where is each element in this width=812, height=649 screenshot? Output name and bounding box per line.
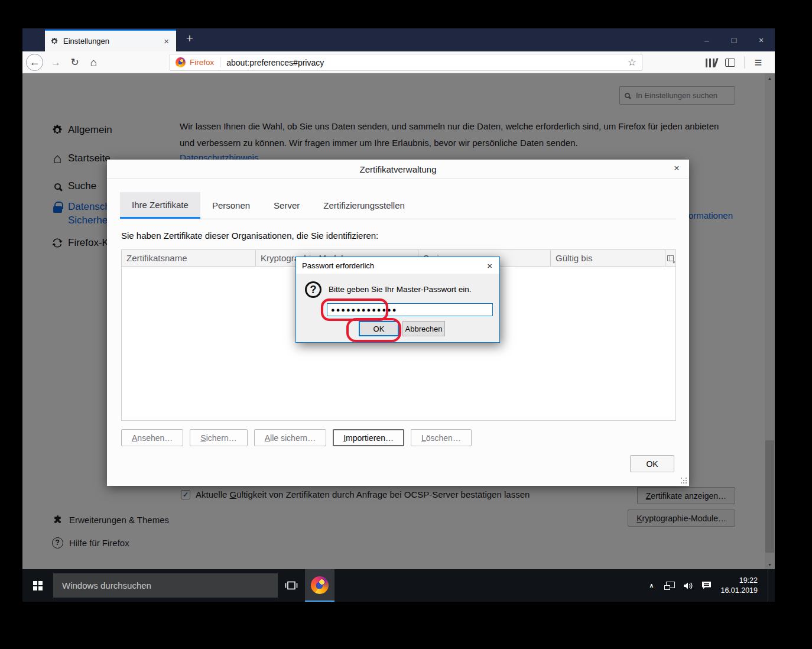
browser-tab-einstellungen[interactable]: Einstellungen × bbox=[45, 30, 176, 51]
column-header-gueltig-bis[interactable]: Gültig bis bbox=[551, 250, 665, 266]
tray-chevron-icon[interactable]: ∧ bbox=[645, 582, 658, 589]
tab-ihre-zertifikate[interactable]: Ihre Zertifikate bbox=[120, 192, 200, 219]
cert-tabs: Ihre Zertifikate Personen Server Zertifi… bbox=[120, 192, 676, 219]
clock-date: 16.01.2019 bbox=[720, 586, 758, 596]
column-picker-icon[interactable] bbox=[665, 250, 675, 266]
new-tab-button[interactable]: + bbox=[182, 31, 197, 46]
password-ok-button[interactable]: OK bbox=[359, 321, 399, 336]
taskbar-firefox-button[interactable] bbox=[305, 569, 334, 602]
taskbar-clock[interactable]: 19:22 16.01.2019 bbox=[720, 576, 758, 596]
alle-sichern-button[interactable]: Alle sichern… bbox=[254, 429, 326, 446]
window-maximize-button[interactable]: □ bbox=[720, 28, 748, 51]
window-controls: – □ × bbox=[693, 28, 775, 51]
sidebar-toggle-button[interactable] bbox=[722, 54, 738, 71]
sidebar-icon bbox=[725, 59, 735, 67]
forward-button[interactable]: → bbox=[47, 54, 64, 71]
url-separator bbox=[220, 57, 220, 67]
password-dialog-title: Passwort erforderlich bbox=[302, 261, 485, 270]
url-bar[interactable]: Firefox about:preferences#privacy ☆ bbox=[170, 54, 642, 71]
cert-ok-button[interactable]: OK bbox=[630, 455, 674, 472]
cert-description: Sie haben Zertifikate dieser Organisatio… bbox=[121, 231, 378, 241]
windows-logo-icon bbox=[33, 581, 43, 590]
loeschen-button[interactable]: Löschen… bbox=[411, 429, 472, 446]
browser-content: Wir lassen Ihnen die Wahl, ob Sie uns Da… bbox=[22, 73, 775, 569]
importieren-button[interactable]: Importieren… bbox=[333, 429, 404, 446]
taskbar-search-input[interactable] bbox=[61, 580, 270, 591]
windows-taskbar: ∧ 19:22 16.01.2019 bbox=[22, 569, 775, 602]
task-view-button[interactable] bbox=[278, 569, 305, 602]
notification-center-icon[interactable] bbox=[700, 581, 713, 590]
gear-favicon-icon bbox=[50, 37, 59, 46]
library-icon bbox=[706, 59, 716, 67]
browser-titlebar: Einstellungen × + – □ × bbox=[22, 28, 775, 51]
tab-title: Einstellungen bbox=[63, 37, 162, 46]
url-text[interactable]: about:preferences#privacy bbox=[226, 58, 627, 67]
password-dialog-titlebar: Passwort erforderlich × bbox=[296, 257, 499, 274]
back-button[interactable]: ← bbox=[26, 54, 43, 71]
question-mark-icon: ? bbox=[305, 281, 321, 298]
cert-dialog-title: Zertifikatverwaltung bbox=[359, 164, 436, 174]
window-minimize-button[interactable]: – bbox=[693, 28, 720, 51]
taskbar-search-box[interactable] bbox=[53, 573, 278, 598]
toolbar-divider bbox=[744, 56, 745, 69]
start-button[interactable] bbox=[22, 569, 53, 602]
bookmark-star-icon[interactable]: ☆ bbox=[628, 56, 636, 69]
browser-navbar: ← → ↻ ⌂ Firefox about:preferences#privac… bbox=[22, 51, 775, 73]
resize-grip[interactable] bbox=[681, 478, 687, 483]
password-cancel-button[interactable]: Abbrechen bbox=[402, 321, 445, 336]
reload-button[interactable]: ↻ bbox=[66, 54, 83, 71]
tab-close-icon[interactable]: × bbox=[162, 36, 171, 46]
password-dialog-body: ? Bitte geben Sie Ihr Master-Passwort ei… bbox=[296, 274, 499, 342]
show-desktop-button[interactable] bbox=[768, 569, 770, 602]
column-header-zertifikatsname[interactable]: Zertifikatsname bbox=[122, 250, 256, 266]
library-button[interactable] bbox=[702, 54, 719, 71]
desktop-screen: Einstellungen × + – □ × ← → ↻ ⌂ Firefox … bbox=[22, 28, 775, 602]
tab-server[interactable]: Server bbox=[262, 192, 311, 219]
home-button[interactable]: ⌂ bbox=[85, 54, 102, 71]
clock-time: 19:22 bbox=[720, 576, 758, 586]
cert-dialog-header: Zertifikatverwaltung × bbox=[107, 160, 689, 179]
firefox-logo-icon bbox=[311, 576, 329, 594]
window-close-button[interactable]: × bbox=[748, 28, 775, 51]
firefox-logo-icon bbox=[176, 57, 186, 67]
ansehen-button[interactable]: Ansehen… bbox=[121, 429, 183, 446]
cert-action-buttons: Ansehen… Sichern… Alle sichern… Importie… bbox=[121, 429, 472, 446]
network-icon[interactable] bbox=[663, 582, 676, 590]
task-view-icon bbox=[285, 580, 298, 590]
menu-button[interactable]: ≡ bbox=[750, 54, 766, 71]
master-password-input[interactable] bbox=[327, 303, 493, 316]
password-dialog-close-icon[interactable]: × bbox=[485, 261, 495, 271]
password-dialog: Passwort erforderlich × ? Bitte geben Si… bbox=[295, 257, 500, 343]
cert-close-icon[interactable]: × bbox=[671, 163, 682, 174]
url-identity-label: Firefox bbox=[190, 58, 214, 67]
system-tray: ∧ 19:22 16.01.2019 bbox=[645, 569, 770, 602]
sichern-button[interactable]: Sichern… bbox=[190, 429, 247, 446]
password-prompt-message: Bitte geben Sie Ihr Master-Passwort ein. bbox=[329, 285, 472, 294]
tab-personen[interactable]: Personen bbox=[200, 192, 262, 219]
tab-zertifizierungsstellen[interactable]: Zertifizierungsstellen bbox=[311, 192, 417, 219]
volume-icon[interactable] bbox=[681, 581, 694, 590]
